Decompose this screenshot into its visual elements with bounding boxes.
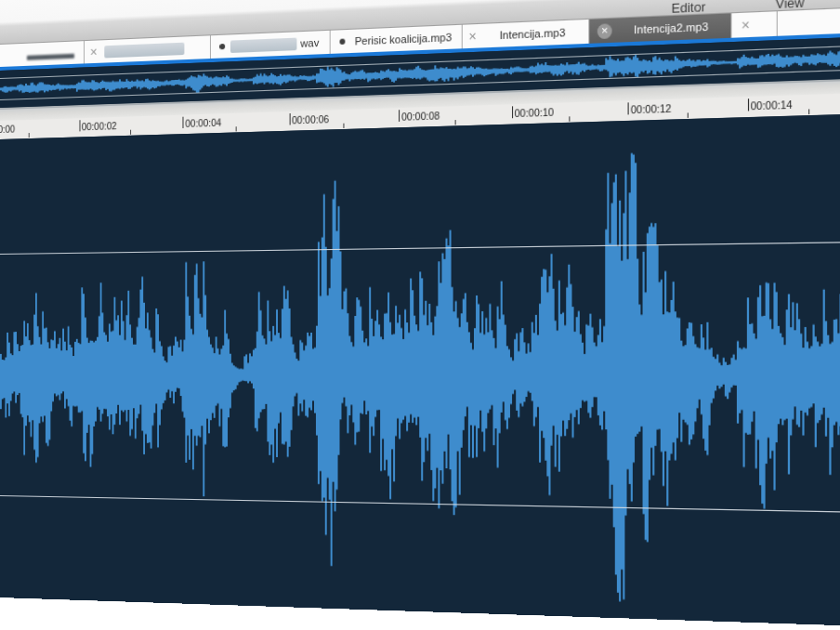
ruler-label: 00:00:08 <box>401 110 440 123</box>
modified-dot-icon <box>219 44 225 49</box>
waveform-editor[interactable] <box>0 111 840 630</box>
tab-redacted-1[interactable]: ✕ <box>85 35 211 63</box>
ruler-label: 00:00:02 <box>82 120 117 132</box>
ruler-label: 00:00:00 <box>0 123 15 135</box>
tab-redacted-wav[interactable]: wav <box>211 31 331 59</box>
tab-perisic-koalicija-mp3[interactable]: Perisic koalicija.mp3 <box>331 25 463 54</box>
tab-partial-left[interactable] <box>0 41 85 67</box>
redacted-label <box>104 42 184 58</box>
main-waveform-canvas[interactable] <box>0 111 840 630</box>
close-icon[interactable]: ✕ <box>741 12 750 37</box>
ruler-tick <box>79 120 80 131</box>
close-icon[interactable]: ✕ <box>468 24 477 48</box>
ruler-minor-tick <box>235 126 236 131</box>
ruler-label: 00:00:04 <box>185 116 221 129</box>
ruler-tick <box>512 106 513 118</box>
tab-label-suffix: wav <box>300 37 319 49</box>
tab-label: Intencija.mp3 <box>477 25 588 42</box>
tab-empty-1[interactable]: ✕ <box>731 11 777 38</box>
ruler-label: 00:00:10 <box>515 106 554 119</box>
ruler-minor-tick <box>570 116 571 121</box>
tab-intencija2-mp3[interactable]: ✕ Intencija2.mp3 <box>589 13 731 43</box>
tab-label: Perisic koalicija.mp3 <box>345 31 461 47</box>
ruler-minor-tick <box>344 124 345 128</box>
ruler-minor-tick <box>808 109 809 114</box>
ruler-tick <box>183 117 184 128</box>
ruler-minor-tick <box>28 133 29 138</box>
ruler-tick <box>289 113 290 125</box>
close-circle-icon[interactable]: ✕ <box>597 23 612 39</box>
audio-editor-window: Editor View ✕ wav Perisic koalicija.mp3 <box>0 0 840 630</box>
ruler-minor-tick <box>130 130 131 135</box>
ruler-label: 00:00:06 <box>292 113 329 126</box>
ruler-minor-tick <box>688 112 689 118</box>
tab-intencija-mp3[interactable]: ✕ Intencija.mp3 <box>463 20 590 48</box>
redacted-label <box>230 37 297 52</box>
ruler-label: 00:00:12 <box>631 102 672 115</box>
ruler-minor-tick <box>454 120 455 125</box>
ruler-tick <box>628 102 629 114</box>
ruler-label: 00:00:14 <box>751 98 793 112</box>
tab-label: Intencija2.mp3 <box>612 20 731 36</box>
close-icon[interactable]: ✕ <box>90 41 98 64</box>
ruler-tick <box>747 98 748 111</box>
redacted-label <box>27 54 74 60</box>
ruler-tick <box>399 110 400 122</box>
screen: Editor View ✕ wav Perisic koalicija.mp3 <box>0 0 840 630</box>
